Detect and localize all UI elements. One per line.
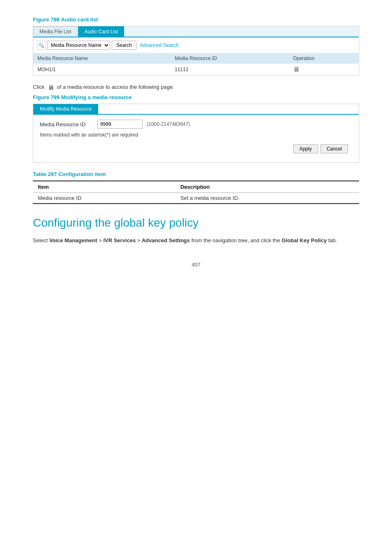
tab-audio-card-list[interactable]: Audio Card List <box>78 26 124 37</box>
config-desc-cell: Set a media resource ID. <box>175 193 359 204</box>
form-actions: Apply Cancel <box>40 142 352 158</box>
search-button[interactable]: Search <box>112 41 136 50</box>
nav-voice: Voice Management <box>49 237 97 243</box>
nav-sep2: > <box>136 237 142 243</box>
click-instruction: Click 🖥 of a media resource to access th… <box>33 84 359 91</box>
col-header-id: Media Resource ID <box>171 53 288 64</box>
cell-op[interactable]: 🖥 <box>289 64 359 76</box>
search-row: 🔍 Media Resource Name Search Advanced Se… <box>33 37 359 53</box>
col-header-op: Operation <box>289 53 359 64</box>
search-icon: 🔍 <box>37 41 46 50</box>
tab-media-file-list[interactable]: Media File List <box>33 26 77 37</box>
edit-icon-inline: 🖥 <box>48 84 54 91</box>
nav-ivr: IVR Services <box>103 237 136 243</box>
tab-bar-798: Media File List Audio Card List <box>33 26 359 37</box>
search-select[interactable]: Media Resource Name <box>47 41 110 50</box>
table-row: MOH1/1 11111 🖥 <box>33 64 359 76</box>
form-note: Items marked with an asterisk(*) are req… <box>40 132 352 138</box>
media-resource-id-input[interactable] <box>97 120 143 129</box>
modify-tab-bar: Modify Media Resource <box>33 104 359 115</box>
cell-name: MOH1/1 <box>33 64 171 76</box>
figure-799-caption: Figure 799 Modifying a media resource <box>33 94 359 100</box>
config-table-287: Item Description Media resource ID Set a… <box>33 181 359 204</box>
modify-form: Media Resource ID (1000-2147483647) Item… <box>33 115 359 162</box>
media-resource-id-hint: (1000-2147483647) <box>147 121 190 127</box>
form-row-id: Media Resource ID (1000-2147483647) <box>40 120 352 129</box>
config-col-item: Item <box>33 181 175 193</box>
nav-path-text: Select Voice Management > IVR Services >… <box>33 236 359 245</box>
click-text2: of a media resource to access the follow… <box>57 84 174 90</box>
figure-798-box: Media File List Audio Card List 🔍 Media … <box>33 26 359 76</box>
apply-button[interactable]: Apply <box>293 144 318 153</box>
page-number: 407 <box>33 262 359 268</box>
section-heading: Configuring the global key policy <box>33 216 359 229</box>
nav-suffix: from the navigation tree, and click the <box>190 237 281 243</box>
cell-id: 11111 <box>171 64 288 76</box>
advanced-search-link[interactable]: Advanced Search <box>140 42 179 48</box>
figure-799-box: Modify Media Resource Media Resource ID … <box>33 104 359 163</box>
config-item-cell: Media resource ID <box>33 193 175 204</box>
nav-prefix: Select <box>33 237 49 243</box>
edit-icon[interactable]: 🖥 <box>293 66 300 73</box>
table-287-caption: Table 287 Configuration item <box>33 171 359 177</box>
modify-media-resource-tab[interactable]: Modify Media Resource <box>33 104 98 114</box>
col-header-name: Media Resource Name <box>33 53 171 64</box>
nav-tab-suffix: tab. <box>327 237 337 243</box>
audio-card-table: Media Resource Name Media Resource ID Op… <box>33 53 359 75</box>
config-table-row: Media resource ID Set a media resource I… <box>33 193 359 204</box>
nav-tab: Global Key Policy <box>281 237 327 243</box>
media-resource-id-label: Media Resource ID <box>40 121 93 127</box>
nav-sep1: > <box>97 237 104 243</box>
cancel-button[interactable]: Cancel <box>321 144 348 153</box>
click-text: Click <box>33 84 44 90</box>
config-col-desc: Description <box>175 181 359 193</box>
nav-adv: Advanced Settings <box>142 237 190 243</box>
figure-798-caption: Figure 798 Audio card list <box>33 16 359 23</box>
